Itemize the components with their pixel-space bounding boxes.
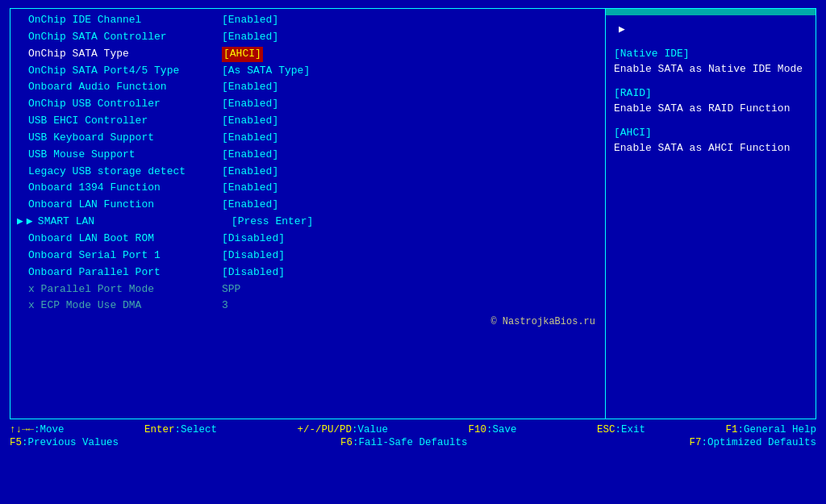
menu-item-onchip-sata-port[interactable]: OnChip SATA Port4/5 Type[As SATA Type] bbox=[17, 63, 599, 80]
help-section-title: [Native IDE] bbox=[614, 46, 807, 62]
footer-key: F7 bbox=[689, 437, 701, 448]
footer-row2: F5:Previous ValuesF6:Fail-Safe DefaultsF… bbox=[10, 436, 816, 449]
arrow-onchip-usb bbox=[17, 97, 28, 112]
footer-item: ↑↓→←:Move bbox=[10, 424, 65, 435]
help-section: [RAID]Enable SATA as RAID Function bbox=[614, 85, 807, 117]
menu-level-row: ▶ bbox=[614, 22, 807, 38]
menu-item-onboard-audio[interactable]: Onboard Audio Function[Enabled] bbox=[17, 79, 599, 96]
footer-desc: :General Help bbox=[737, 424, 816, 435]
arrow-usb-ehci bbox=[17, 114, 28, 129]
arrow-onboard-1394 bbox=[17, 181, 28, 196]
arrow-onboard-serial bbox=[17, 248, 28, 264]
arrow-onboard-parallel bbox=[17, 265, 28, 281]
value-onchip-sata-type: [AHCI] bbox=[222, 47, 263, 62]
label-onchip-sata-ctrl: OnChip SATA Controller bbox=[28, 30, 222, 45]
menu-item-onboard-serial[interactable]: Onboard Serial Port 1[Disabled] bbox=[17, 248, 599, 264]
value-onboard-lan-boot: [Disabled] bbox=[222, 231, 285, 247]
label-usb-mouse: USB Mouse Support bbox=[28, 148, 222, 163]
value-onchip-sata-port: [As SATA Type] bbox=[222, 64, 310, 79]
label-onchip-ide: OnChip IDE Channel bbox=[28, 13, 222, 28]
value-ecp-mode: 3 bbox=[222, 298, 228, 314]
help-section-text: Enable SATA as Native IDE Mode bbox=[614, 61, 807, 77]
label-onboard-1394: Onboard 1394 Function bbox=[28, 181, 222, 196]
footer-desc: :Save bbox=[486, 424, 517, 435]
arrow-onchip-sata-type bbox=[17, 47, 28, 62]
menu-item-usb-ehci[interactable]: USB EHCI Controller[Enabled] bbox=[17, 113, 599, 130]
value-usb-ehci: [Enabled] bbox=[222, 114, 278, 129]
menu-item-onboard-lan[interactable]: Onboard LAN Function[Enabled] bbox=[17, 197, 599, 214]
menu-item-legacy-usb[interactable]: Legacy USB storage detect[Enabled] bbox=[17, 164, 599, 181]
menu-item-parallel-port-mode[interactable]: x Parallel Port ModeSPP bbox=[17, 281, 599, 298]
menu-item-onboard-lan-boot[interactable]: Onboard LAN Boot ROM[Disabled] bbox=[17, 231, 599, 248]
label-ecp-mode: x ECP Mode Use DMA bbox=[28, 298, 222, 314]
footer-item: F7:Optimized Defaults bbox=[689, 437, 816, 448]
footer-key: F1 bbox=[725, 424, 737, 435]
menu-panel: OnChip IDE Channel[Enabled] OnChip SATA … bbox=[10, 9, 606, 419]
menu-item-onchip-sata-ctrl[interactable]: OnChip SATA Controller[Enabled] bbox=[17, 29, 599, 46]
footer-row1: ↑↓→←:MoveEnter:Select+/-/PU/PD:ValueF10:… bbox=[10, 423, 816, 436]
arrow-usb-mouse bbox=[17, 148, 28, 163]
footer-desc: :Exit bbox=[615, 424, 645, 435]
value-onboard-audio: [Enabled] bbox=[222, 80, 278, 95]
footer-key: +/-/PU/PD bbox=[297, 424, 352, 435]
arrow-onchip-ide bbox=[17, 13, 28, 28]
item-help-content: ▶ [Native IDE]Enable SATA as Native IDE … bbox=[606, 15, 816, 163]
value-onchip-usb: [Enabled] bbox=[222, 97, 278, 112]
label-onboard-parallel: Onboard Parallel Port bbox=[28, 265, 222, 281]
footer-item: Enter:Select bbox=[144, 424, 217, 435]
arrow-onchip-sata-port bbox=[17, 64, 28, 79]
arrow-legacy-usb bbox=[17, 165, 28, 180]
value-smart-lan: [Press Enter] bbox=[232, 215, 313, 230]
menu-item-ecp-mode[interactable]: x ECP Mode Use DMA3 bbox=[17, 298, 599, 314]
menu-item-onchip-ide[interactable]: OnChip IDE Channel[Enabled] bbox=[17, 12, 599, 29]
menu-item-smart-lan[interactable]: ▶SMART LAN[Press Enter] bbox=[17, 214, 599, 231]
arrow-onchip-sata-ctrl bbox=[17, 30, 28, 45]
footer-item: F6:Fail-Safe Defaults bbox=[340, 437, 468, 448]
help-section-text: Enable SATA as RAID Function bbox=[614, 101, 807, 117]
footer-desc: :Previous Values bbox=[22, 437, 119, 448]
footer-item: F10:Save bbox=[468, 424, 516, 435]
value-onchip-sata-ctrl: [Enabled] bbox=[222, 30, 278, 45]
menu-item-onboard-1394[interactable]: Onboard 1394 Function[Enabled] bbox=[17, 180, 599, 197]
value-onboard-1394: [Enabled] bbox=[222, 181, 278, 196]
footer-desc: :Move bbox=[34, 424, 65, 435]
value-onboard-lan: [Enabled] bbox=[222, 198, 278, 213]
value-onboard-parallel: [Disabled] bbox=[222, 265, 285, 281]
label-onboard-serial: Onboard Serial Port 1 bbox=[28, 248, 222, 264]
help-section-text: Enable SATA as AHCI Function bbox=[614, 140, 807, 156]
label-parallel-port-mode: x Parallel Port Mode bbox=[28, 282, 222, 298]
menu-item-onboard-parallel[interactable]: Onboard Parallel Port[Disabled] bbox=[17, 264, 599, 281]
menu-item-usb-keyboard[interactable]: USB Keyboard Support[Enabled] bbox=[17, 130, 599, 147]
footer-item: ESC:Exit bbox=[597, 424, 645, 435]
label-usb-keyboard: USB Keyboard Support bbox=[28, 131, 222, 146]
arrow-onboard-audio bbox=[17, 80, 28, 95]
menu-item-usb-mouse[interactable]: USB Mouse Support[Enabled] bbox=[17, 147, 599, 164]
watermark: © NastrojkaBios.ru bbox=[17, 316, 599, 327]
help-section-title: [AHCI] bbox=[614, 125, 807, 141]
footer-item: F1:General Help bbox=[725, 424, 816, 435]
label-onboard-lan-boot: Onboard LAN Boot ROM bbox=[28, 231, 222, 247]
label-onchip-usb: OnChip USB Controller bbox=[28, 97, 222, 112]
arrow-ecp-mode bbox=[17, 298, 28, 314]
value-legacy-usb: [Enabled] bbox=[222, 165, 278, 180]
footer-desc: :Value bbox=[352, 424, 388, 435]
menu-item-onchip-usb[interactable]: OnChip USB Controller[Enabled] bbox=[17, 96, 599, 113]
value-parallel-port-mode: SPP bbox=[222, 282, 240, 298]
main-area: OnChip IDE Channel[Enabled] OnChip SATA … bbox=[10, 8, 816, 419]
footer-desc: :Select bbox=[175, 424, 218, 435]
footer-key: F10 bbox=[468, 424, 486, 435]
value-usb-keyboard: [Enabled] bbox=[222, 131, 278, 146]
footer-key: ESC bbox=[597, 424, 615, 435]
arrow-smart-lan: ▶ bbox=[27, 215, 38, 230]
value-onchip-ide: [Enabled] bbox=[222, 13, 278, 28]
footer-key: ↑↓→← bbox=[10, 424, 34, 435]
footer-key: F6 bbox=[340, 437, 353, 448]
label-onchip-sata-port: OnChip SATA Port4/5 Type bbox=[28, 64, 222, 79]
arrow-usb-keyboard bbox=[17, 131, 28, 146]
bios-header bbox=[0, 0, 826, 8]
label-legacy-usb: Legacy USB storage detect bbox=[28, 165, 222, 180]
menu-item-onchip-sata-type[interactable]: OnChip SATA Type[AHCI] bbox=[17, 46, 599, 63]
help-section: [AHCI]Enable SATA as AHCI Function bbox=[614, 125, 807, 156]
label-onboard-audio: Onboard Audio Function bbox=[28, 80, 222, 95]
footer-key: F5 bbox=[10, 437, 22, 448]
